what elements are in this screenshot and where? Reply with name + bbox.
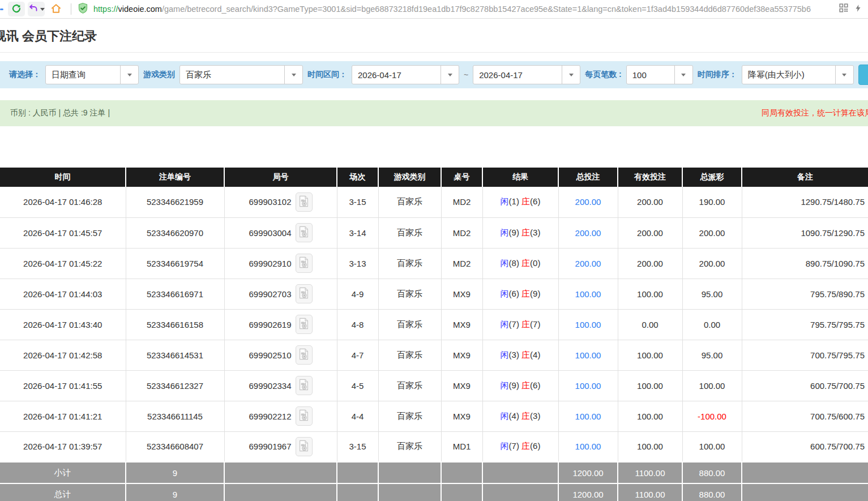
game-type-value: 百家乐 [180,66,284,84]
total-bet-link[interactable]: 200.00 [575,197,601,207]
banker-score: (6) [530,441,540,451]
flash-icon[interactable] [854,3,862,15]
video-replay-button[interactable] [296,437,313,456]
time-cell: 2026-04-17 01:42:58 [0,340,126,370]
video-replay-button[interactable] [296,254,313,273]
chevron-down-icon[interactable] [120,66,138,84]
table-header: 时间 注单编号 局号 场次 游戏类别 桌号 结果 总投注 有效投注 总派彩 备注 [0,168,868,187]
remark-cell: 795.75/890.75 [742,279,868,309]
video-replay-button[interactable] [296,315,313,334]
video-replay-button[interactable] [296,223,313,242]
date-to-value: 2026-04-17 [473,66,562,84]
player-score: (7) [509,319,519,329]
query-type-select[interactable]: 日期查询 [45,65,139,84]
video-replay-button[interactable] [296,406,313,426]
url-bar[interactable]: https://videoie.com/game/betrecord_searc… [77,2,835,16]
video-replay-button[interactable] [296,284,313,303]
valid-bet-cell: 200.00 [618,187,682,217]
subtotal-count: 9 [126,462,224,483]
remark-cell: 700.75/795.75 [742,340,868,370]
chevron-down-icon[interactable] [562,66,580,84]
total-bet-link[interactable]: 100.00 [575,381,601,391]
chevron-down-icon[interactable] [674,66,692,84]
valid-bet-cell: 200.00 [618,217,682,248]
query-type-value: 日期查询 [46,66,120,84]
total-bet-link[interactable]: 200.00 [575,259,601,268]
video-replay-button[interactable] [296,192,313,212]
home-icon [50,3,62,16]
session-cell: 4-9 [337,279,378,309]
page-size-select[interactable]: 100 [626,65,693,84]
video-replay-button[interactable] [296,345,313,365]
search-button[interactable]: 查询 [858,65,868,85]
result-cell: 闲(7) 庄(7) [482,309,558,340]
round-cell: 699901967 [224,431,337,462]
table-code-cell: MD1 [441,431,482,462]
refresh-button[interactable] [8,2,25,16]
col-payout: 总派彩 [682,168,742,187]
grand-total-payout: 880.00 [682,483,742,501]
sort-select[interactable]: 降幂(由大到小) [742,65,854,84]
result-cell: 闲(6) 庄(9) [482,279,558,309]
game-type-cell: 百家乐 [378,217,441,248]
date-to-select[interactable]: 2026-04-17 [473,65,580,84]
table-code-cell: MX9 [441,370,482,401]
date-from-select[interactable]: 2026-04-17 [352,65,459,84]
video-replay-icon [298,348,309,362]
summary-bar: 币别 : 人民币 | 总共 :9 注单 | 同局有效投注，统一计算在该局 [0,100,868,126]
banker-label: 庄 [521,380,530,390]
player-score: (8) [509,258,519,268]
game-type-cell: 百家乐 [378,187,441,217]
total-bet-link[interactable]: 200.00 [575,228,601,238]
video-replay-icon [298,440,309,453]
game-type-cell: 百家乐 [378,431,441,462]
video-replay-button[interactable] [296,376,313,395]
url-text[interactable]: https://videoie.com/game/betrecord_searc… [93,5,811,14]
subtotal-total-bet: 1200.00 [558,462,618,483]
time-cell: 2026-04-17 01:44:03 [0,279,126,309]
player-label: 闲 [501,319,509,329]
total-bet-link[interactable]: 100.00 [575,442,601,451]
col-time: 时间 [0,168,126,187]
total-bet-link[interactable]: 100.00 [575,320,601,329]
grand-total-count: 9 [126,483,224,501]
round-number: 699903102 [249,197,291,207]
game-type-select[interactable]: 百家乐 [179,65,303,84]
time-cell: 2026-04-17 01:46:28 [0,187,126,217]
qr-code-icon[interactable] [839,3,848,15]
payout-cell: 100.00 [682,370,742,401]
undo-button[interactable] [28,2,45,16]
bet-id-cell: 523346620970 [126,217,224,248]
chevron-down-icon[interactable] [441,66,459,84]
bet-id-cell: 523346616158 [126,309,224,340]
date-from-value: 2026-04-17 [352,66,441,84]
col-round: 局号 [224,168,337,187]
total-bet-link[interactable]: 100.00 [575,412,601,421]
payout-cell: -100.00 [682,401,742,431]
valid-bet-cell: 100.00 [618,401,682,431]
game-type-cell: 百家乐 [378,309,441,340]
game-type-cell: 百家乐 [378,340,441,370]
table-row: 2026-04-17 01:45:57 523346620970 6999030… [0,217,868,248]
game-type-cell: 百家乐 [378,279,441,309]
video-replay-icon [298,226,309,239]
col-bet-id: 注单编号 [126,168,224,187]
time-cell: 2026-04-17 01:45:22 [0,248,126,279]
total-bet-cell: 200.00 [558,217,618,248]
sort-value: 降幂(由大到小) [742,66,835,84]
player-score: (4) [509,411,519,421]
security-shield-icon[interactable] [77,2,89,16]
round-cell: 699902510 [224,340,337,370]
table-code-cell: MD2 [441,187,482,217]
chevron-down-icon[interactable] [835,66,853,84]
round-cell: 699902703 [224,279,337,309]
session-cell: 4-4 [337,401,378,431]
chevron-down-icon[interactable] [284,66,302,84]
banker-score: (4) [530,350,540,359]
home-button[interactable] [48,2,65,16]
col-remark: 备注 [742,168,868,187]
round-number: 699902703 [249,289,291,299]
url-scheme: https:// [93,5,118,14]
total-bet-link[interactable]: 100.00 [575,289,601,299]
total-bet-link[interactable]: 100.00 [575,350,601,360]
